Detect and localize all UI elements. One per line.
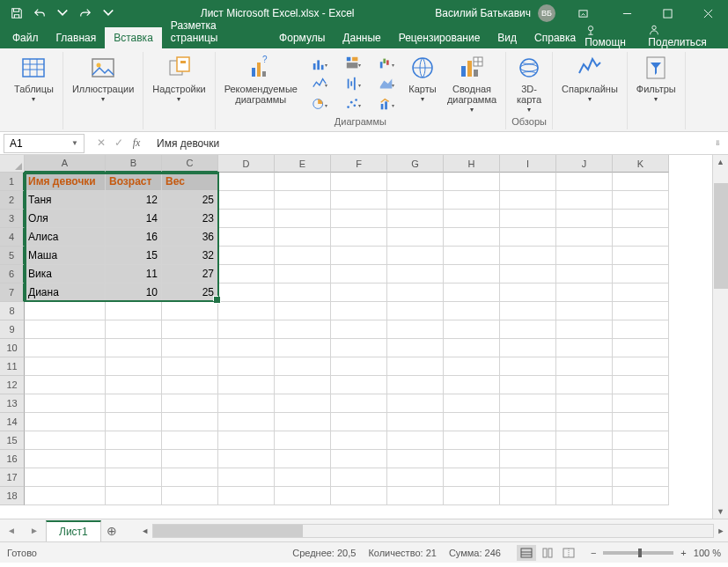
cell[interactable] [106, 339, 162, 357]
cell[interactable] [218, 302, 275, 320]
tab-page-layout[interactable]: Разметка страницы [162, 15, 270, 48]
cell[interactable] [444, 265, 500, 284]
cell[interactable] [500, 339, 556, 357]
cell[interactable] [275, 191, 331, 210]
cell[interactable] [556, 320, 613, 339]
cell[interactable] [162, 450, 218, 468]
waterfall-chart-icon[interactable]: ▾ [371, 54, 401, 73]
row-header[interactable]: 12 [0, 376, 25, 394]
avatar[interactable]: ВБ [538, 4, 555, 22]
cell[interactable] [331, 450, 387, 468]
row-header[interactable]: 13 [0, 394, 25, 413]
cell[interactable] [387, 265, 444, 284]
cell[interactable] [613, 247, 669, 265]
cell[interactable] [444, 228, 500, 247]
cell[interactable] [444, 487, 500, 505]
cell[interactable] [331, 413, 387, 431]
cell[interactable] [162, 357, 218, 376]
cell[interactable] [556, 376, 613, 394]
cell[interactable]: 23 [162, 210, 218, 228]
row-header[interactable]: 5 [0, 247, 25, 265]
addins-button[interactable]: Надстройки▾ [147, 52, 210, 105]
cell[interactable] [218, 394, 275, 413]
column-header[interactable]: J [556, 155, 613, 173]
cell[interactable] [444, 191, 500, 210]
cell[interactable] [331, 173, 387, 191]
cell[interactable] [218, 320, 275, 339]
cell[interactable] [25, 357, 106, 376]
zoom-control[interactable]: − + 100 % [591, 548, 721, 558]
cell[interactable] [275, 210, 331, 228]
cell[interactable] [556, 265, 613, 284]
cell[interactable] [331, 284, 387, 302]
surface-chart-icon[interactable]: ▾ [371, 74, 401, 93]
cell[interactable] [275, 228, 331, 247]
cell[interactable] [387, 173, 444, 191]
cell[interactable] [218, 210, 275, 228]
row-header[interactable]: 1 [0, 173, 25, 191]
cell[interactable] [556, 394, 613, 413]
name-box[interactable]: A1▼ [4, 134, 85, 153]
cell[interactable] [500, 320, 556, 339]
cell[interactable] [25, 394, 106, 413]
cell[interactable] [500, 302, 556, 320]
cell[interactable] [331, 247, 387, 265]
cell[interactable]: Вес [162, 173, 218, 191]
new-sheet-button[interactable]: ⊕ [101, 524, 122, 538]
cell[interactable] [556, 450, 613, 468]
cell[interactable] [106, 357, 162, 376]
cell[interactable] [387, 357, 444, 376]
cell[interactable] [162, 413, 218, 431]
cell[interactable] [387, 247, 444, 265]
cell[interactable]: 14 [106, 210, 162, 228]
share-button[interactable]: Поделиться [648, 23, 717, 48]
cell[interactable] [613, 357, 669, 376]
cell[interactable]: 12 [106, 191, 162, 210]
cell[interactable]: Имя девочки [25, 173, 106, 191]
pivot-chart-button[interactable]: Сводная диаграмма▾ [442, 52, 502, 115]
cell[interactable] [162, 431, 218, 450]
cell[interactable] [162, 394, 218, 413]
cell[interactable] [613, 450, 669, 468]
tell-me[interactable]: Помощн [585, 23, 637, 48]
fx-icon[interactable]: fx [129, 136, 144, 150]
cell[interactable] [218, 265, 275, 284]
cell[interactable]: Алиса [25, 228, 106, 247]
select-all-corner[interactable] [0, 155, 25, 173]
cell[interactable] [275, 487, 331, 505]
tables-button[interactable]: Таблицы▾ [9, 52, 59, 105]
cell[interactable] [444, 284, 500, 302]
cell[interactable] [500, 468, 556, 487]
cell[interactable] [218, 284, 275, 302]
cell[interactable] [500, 210, 556, 228]
cell[interactable] [444, 210, 500, 228]
row-header[interactable]: 18 [0, 487, 25, 505]
cell[interactable] [218, 173, 275, 191]
cell[interactable] [500, 173, 556, 191]
cell[interactable] [275, 468, 331, 487]
horizontal-scrollbar[interactable]: ◄► [138, 524, 728, 538]
cell[interactable] [218, 228, 275, 247]
cell[interactable] [556, 173, 613, 191]
cell[interactable] [556, 487, 613, 505]
cell[interactable] [25, 339, 106, 357]
cell[interactable] [25, 487, 106, 505]
zoom-out-icon[interactable]: − [591, 548, 596, 558]
tab-data[interactable]: Данные [334, 27, 389, 48]
row-header[interactable]: 10 [0, 339, 25, 357]
row-header[interactable]: 14 [0, 413, 25, 431]
cell[interactable] [25, 302, 106, 320]
row-header[interactable]: 17 [0, 468, 25, 487]
cell[interactable] [106, 394, 162, 413]
cell[interactable] [444, 450, 500, 468]
cell[interactable] [387, 431, 444, 450]
cell[interactable] [613, 376, 669, 394]
cell[interactable] [218, 413, 275, 431]
formula-input[interactable]: Имя девочки [150, 137, 715, 150]
cell[interactable] [387, 302, 444, 320]
3d-map-button[interactable]: 3D- карта▾ [510, 52, 548, 115]
scatter-chart-icon[interactable]: ▾ [338, 94, 368, 114]
cell[interactable]: 15 [106, 247, 162, 265]
cell[interactable] [444, 468, 500, 487]
cell[interactable] [556, 228, 613, 247]
